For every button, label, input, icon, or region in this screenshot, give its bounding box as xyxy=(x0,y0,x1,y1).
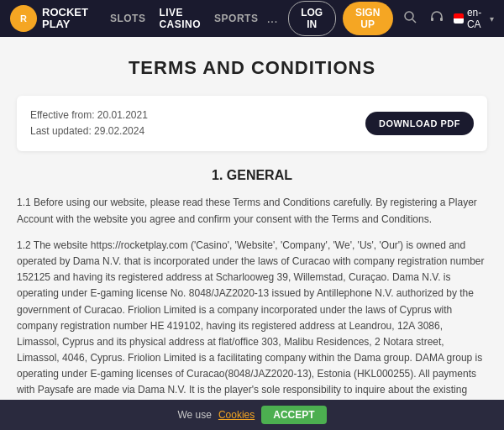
flag-icon xyxy=(454,13,464,24)
nav-more[interactable]: ... xyxy=(266,11,277,26)
logo-name-line2: PLAY xyxy=(42,18,70,30)
main-content: TERMS AND CONDITIONS Effective from: 20.… xyxy=(0,37,504,400)
logo-icon: R xyxy=(10,5,37,32)
lang-label: en-CA xyxy=(467,7,486,30)
search-icon[interactable] xyxy=(400,7,420,30)
login-button[interactable]: LOG IN xyxy=(288,1,336,36)
svg-rect-5 xyxy=(440,18,443,21)
paragraph-1-2: 1.2 The website https://rocketplay.com (… xyxy=(17,238,487,400)
dates-info: Effective from: 20.01.2021 Last updated:… xyxy=(30,108,148,139)
logo-name-line1: ROCKET xyxy=(42,6,88,18)
download-pdf-button[interactable]: DOWNLOAD PDF xyxy=(365,112,474,135)
main-nav: SLOTS Live CASINO SPORTS ... xyxy=(105,3,278,34)
chevron-down-icon: ▾ xyxy=(490,14,494,24)
nav-live-casino[interactable]: Live CASINO xyxy=(154,3,206,34)
header-actions: LOG IN SIGN UP en-CA ▾ xyxy=(288,1,494,36)
svg-text:R: R xyxy=(20,13,27,24)
main-header: R ROCKET PLAY SLOTS Live CASINO SPORTS .… xyxy=(0,0,504,37)
section1-title: 1. GENERAL xyxy=(17,168,487,183)
svg-rect-4 xyxy=(431,18,433,21)
cookies-link[interactable]: Cookies xyxy=(218,409,255,421)
effective-date: Effective from: 20.01.2021 xyxy=(30,108,148,123)
info-box: Effective from: 20.01.2021 Last updated:… xyxy=(17,96,487,151)
nav-sports[interactable]: SPORTS xyxy=(209,9,263,28)
language-selector[interactable]: en-CA ▾ xyxy=(454,7,494,30)
cookie-bar: We use Cookies ACCEPT xyxy=(0,400,504,430)
paragraph-1-1: 1.1 Before using our website, please rea… xyxy=(17,195,487,227)
last-updated: Last updated: 29.02.2024 xyxy=(30,123,148,139)
svg-point-2 xyxy=(405,12,413,20)
signup-button[interactable]: SIGN UP xyxy=(343,2,393,35)
headset-icon[interactable] xyxy=(427,7,447,30)
logo-text: ROCKET PLAY xyxy=(42,7,88,31)
accept-cookies-button[interactable]: ACCEPT xyxy=(261,406,326,424)
page-title: TERMS AND CONDITIONS xyxy=(17,57,487,79)
svg-line-3 xyxy=(412,19,416,23)
cookie-text: We use xyxy=(177,409,211,421)
nav-slots[interactable]: SLOTS xyxy=(105,9,151,28)
logo[interactable]: R ROCKET PLAY xyxy=(10,5,88,32)
